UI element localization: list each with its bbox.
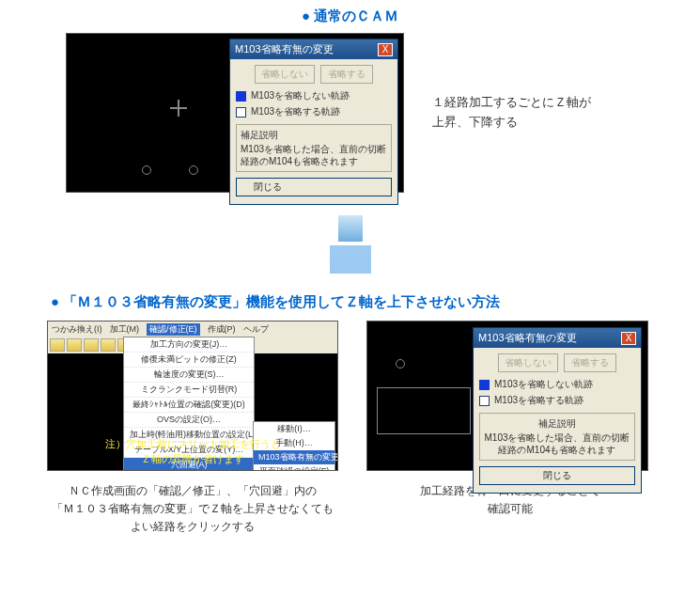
caption-left: ＮＣ作成画面の「確認／修正」、「穴回避」内の 「Ｍ１０３省略有無の変更」でＺ軸を… [47,482,338,537]
menu-item[interactable]: ヘルプ [243,323,269,336]
fieldset-note: 補足説明 M103を省略した場合、直前の切断経路のM104も省略されます [479,413,635,461]
section-method: つかみ換え(I) 加工(M) 確認/修正(E) 作成(P) ヘルプ 加工方向の変… [0,321,700,537]
close-button[interactable]: 閉じる [479,466,635,485]
dropdown-item[interactable]: ミクランクモード切替(R) [124,383,254,398]
dialog-title: M103省略有無の変更 [235,42,334,56]
screenshot-dialog-right: M103省略有無の変更 X 省略しない 省略する M103を省略しない軌跡 M1… [366,321,648,471]
hole-circle-icon [396,359,405,369]
toolbar-button[interactable] [67,338,82,352]
section-normal-cam: M103省略有無の変更 X 省略しない 省略する M103を省略しない軌跡 M1… [0,33,700,193]
checkbox-no-omit[interactable] [236,91,246,102]
col-left: つかみ換え(I) 加工(M) 確認/修正(E) 作成(P) ヘルプ 加工方向の変… [47,321,338,537]
dialog-body: 省略しない 省略する M103を省略しない軌跡 M103を省略する軌跡 補足説明… [474,348,641,493]
fieldset-body: M103を省略した場合、直前の切断経路のM104も省略されます [484,431,630,456]
menu-item-selected[interactable]: 確認/修正(E) [147,323,200,336]
screenshot-nc-editor: つかみ換え(I) 加工(M) 確認/修正(E) 作成(P) ヘルプ 加工方向の変… [47,321,338,471]
dialog-titlebar: M103省略有無の変更 X [230,39,397,59]
menu-item[interactable]: 加工(M) [110,323,140,336]
checkbox-omit[interactable] [479,396,490,406]
heading-normal-cam: ● 通常のＣＡＭ [0,8,700,25]
close-button[interactable]: 閉じる [236,178,392,196]
heading-method: ● 「Ｍ１０３省略有無の変更」機能を使用してＺ軸を上下させない方法 [51,293,700,311]
dropdown-item[interactable]: 修復未満ピットの修正(Z) [124,353,254,368]
fieldset-note: 補足説明 M103を省略した場合、直前の切断経路のM104も省略されます [236,124,392,172]
hole-circle-icon [189,165,198,175]
screenshot-normal-cam: M103省略有無の変更 X 省略しない 省略する M103を省略しない軌跡 M1… [66,33,404,193]
toolbar-button[interactable] [84,338,99,352]
dropdown-item[interactable]: 加工方向の変更(J)… [124,337,254,353]
col-right: M103省略有無の変更 X 省略しない 省略する M103を省略しない軌跡 M1… [366,321,653,537]
dropdown-item[interactable]: 最終ｼｬﾄﾙ位置の確認(変更)(D) [124,398,254,413]
dialog-title: M103省略有無の変更 [478,331,577,345]
checkbox-omit[interactable] [236,107,246,118]
checkbox-no-omit[interactable] [479,380,490,390]
cad-rect-icon [377,387,471,434]
menubar: つかみ換え(I) 加工(M) 確認/修正(E) 作成(P) ヘルプ [48,322,337,337]
fieldset-body: M103を省略した場合、直前の切断経路のM104も省略されます [241,143,387,167]
btn-no-omit[interactable]: 省略しない [498,353,558,372]
menu-item[interactable]: 作成(P) [208,323,236,336]
toolbar-button[interactable] [101,338,116,352]
fieldset-title: 補足説明 [484,417,630,430]
btn-omit[interactable]: 省略する [320,65,373,84]
toolbar-button[interactable] [50,338,65,352]
dropdown-item[interactable]: OVSの設定(O)… [124,413,254,428]
checkbox-no-omit-label: M103を省略しない軌跡 [251,89,350,102]
dialog-m103: M103省略有無の変更 X 省略しない 省略する M103を省略しない軌跡 M1… [473,327,642,494]
btn-omit[interactable]: 省略する [564,353,616,372]
checkbox-omit-label: M103を省略する軌跡 [494,394,583,407]
close-icon[interactable]: X [378,43,393,56]
dialog-titlebar: M103省略有無の変更 X [474,328,641,348]
close-icon[interactable]: X [621,332,636,345]
dropdown-item[interactable]: 輪速度の変更(S)… [124,368,254,383]
submenu-item[interactable]: 移動(I)… [254,422,334,436]
arrow-down-icon [0,202,700,276]
menu-item[interactable]: つかみ換え(I) [52,323,102,336]
side-note-normal: １経路加工するごとにＺ軸が 上昇、下降する [432,93,591,133]
yellow-note: 注）穴加工前にスリット加工を行うと Ｚ軸の昇降が省けます [48,437,337,466]
crosshair-icon [170,100,187,117]
dialog-body: 省略しない 省略する M103を省略しない軌跡 M103を省略する軌跡 補足説明… [230,59,397,204]
btn-no-omit[interactable]: 省略しない [255,65,315,84]
hole-circle-icon [142,165,151,175]
fieldset-title: 補足説明 [241,129,387,141]
checkbox-omit-label: M103を省略する軌跡 [251,105,340,118]
checkbox-no-omit-label: M103を省略しない軌跡 [494,378,593,391]
dialog-m103: M103省略有無の変更 X 省略しない 省略する M103を省略しない軌跡 M1… [229,39,398,205]
